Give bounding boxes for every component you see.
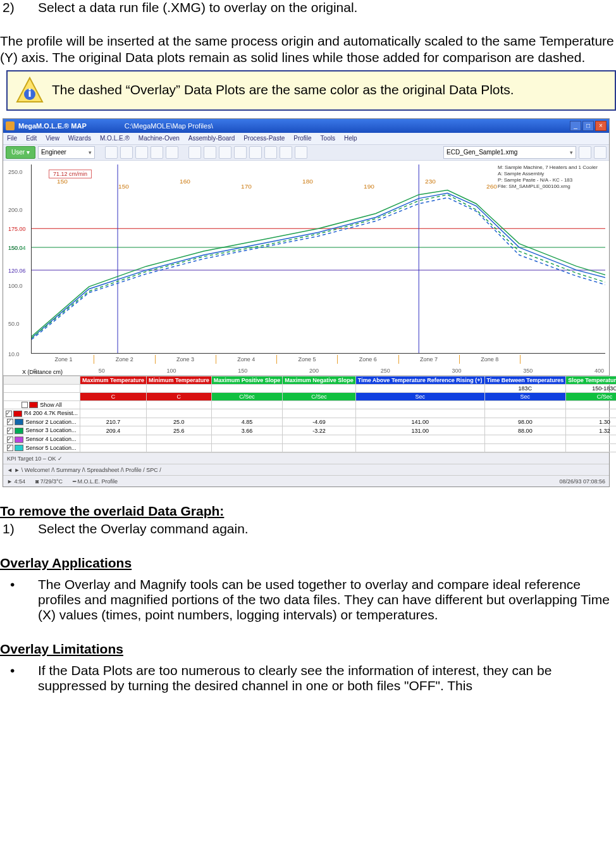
y-tick: 200.0 bbox=[8, 207, 23, 213]
remove-step-1: 1)Select the Overlay command again. bbox=[38, 521, 616, 536]
svg-text:150: 150 bbox=[118, 182, 129, 189]
remove-step-text: Select the Overlay command again. bbox=[38, 521, 249, 536]
ref-line-label: 120.06 bbox=[8, 268, 26, 274]
app-path: C:\MegaMOLE\Map Profiles\ bbox=[125, 122, 213, 130]
menu-mole[interactable]: M.O.L.E.® bbox=[100, 135, 130, 142]
toolbar-button[interactable] bbox=[105, 146, 118, 159]
step-2-num: 2) bbox=[20, 0, 38, 15]
menu-edit[interactable]: Edit bbox=[26, 135, 37, 142]
menu-view[interactable]: View bbox=[46, 135, 59, 142]
close-button[interactable]: × bbox=[595, 121, 607, 131]
maximize-button[interactable]: □ bbox=[582, 121, 594, 131]
file-select[interactable]: ECD_Gen_Sample1.xmg bbox=[443, 146, 576, 159]
status-time: ► 4:54 bbox=[7, 478, 25, 485]
chart-area: 71.12 cm/min M: Sample Machine, 7 Heater… bbox=[3, 161, 609, 376]
intro-paragraph: The profile will be inserted at the same… bbox=[0, 33, 616, 66]
svg-text:180: 180 bbox=[302, 177, 313, 184]
remove-step-num: 1) bbox=[20, 521, 38, 536]
y-tick: 250.0 bbox=[8, 169, 23, 175]
heading-remove: To remove the overlaid Data Graph: bbox=[0, 504, 616, 519]
toolbar-button[interactable] bbox=[249, 146, 262, 159]
options-button[interactable] bbox=[594, 146, 607, 159]
menu-file[interactable]: File bbox=[7, 135, 17, 142]
svg-text:150: 150 bbox=[57, 177, 68, 184]
toolbar-button[interactable] bbox=[188, 146, 201, 159]
menu-tools[interactable]: Tools bbox=[321, 135, 335, 142]
status-profile: ━ M.O.L.E. Profile bbox=[73, 478, 118, 485]
menu-help[interactable]: Help bbox=[344, 135, 357, 142]
toolbar-button[interactable] bbox=[151, 146, 163, 159]
limitations-bullet: •If the Data Plots are too numerous to c… bbox=[38, 663, 616, 693]
svg-rect-2 bbox=[29, 91, 31, 97]
y-tick: 100.0 bbox=[8, 283, 23, 289]
app-title: MegaM.O.L.E.® MAP bbox=[18, 122, 87, 130]
pin-button[interactable] bbox=[579, 146, 591, 159]
toolbar-button[interactable] bbox=[219, 146, 231, 159]
menu-profile[interactable]: Profile bbox=[293, 135, 311, 142]
x-labels: 050100150200250300350400 bbox=[34, 368, 604, 374]
svg-rect-3 bbox=[29, 89, 31, 90]
app-screenshot: MegaM.O.L.E.® MAP C:\MegaMOLE\Map Profil… bbox=[3, 118, 610, 488]
ref-line-label: 150.04 bbox=[8, 245, 26, 251]
minimize-button[interactable]: _ bbox=[570, 121, 581, 131]
menu-processpaste[interactable]: Process-Paste bbox=[243, 135, 285, 142]
info-callout: The dashed “Overlay” Data Plots are the … bbox=[6, 70, 616, 111]
info-icon bbox=[11, 74, 48, 107]
heading-limitations: Overlay Limitations bbox=[0, 642, 616, 657]
ref-line-label: 175.00 bbox=[8, 226, 26, 232]
role-select[interactable]: Engineer bbox=[38, 146, 95, 159]
bullet-icon: • bbox=[24, 663, 38, 678]
heading-applications: Overlay Applications bbox=[0, 555, 616, 571]
applications-bullet: •The Overlay and Magnify tools can be us… bbox=[38, 577, 616, 623]
step-2-text: Select a data run file (.XMG) to overlay… bbox=[38, 0, 357, 15]
toolbar-button[interactable] bbox=[234, 146, 247, 159]
chart-canvas[interactable]: 150150160170180190230260 bbox=[31, 164, 605, 354]
status-datetime: 08/26/93 07:08:56 bbox=[559, 478, 605, 485]
menu-assemblyboard[interactable]: Assembly-Board bbox=[188, 135, 235, 142]
svg-text:260: 260 bbox=[486, 182, 497, 189]
menu-machineoven[interactable]: Machine-Oven bbox=[139, 135, 180, 142]
svg-text:190: 190 bbox=[364, 182, 374, 189]
svg-text:230: 230 bbox=[425, 177, 436, 184]
kpi-target: KPI Target 10 – OK ✓ bbox=[7, 456, 63, 462]
zone-row: Zone 1Zone 2Zone 3Zone 4Zone 5Zone 6Zone… bbox=[34, 355, 521, 364]
step-2: 2)Select a data run file (.XMG) to overl… bbox=[38, 0, 616, 15]
limitations-text: If the Data Plots are too numerous to cl… bbox=[38, 663, 551, 693]
y-tick: 50.0 bbox=[8, 321, 20, 327]
titlebar: MegaM.O.L.E.® MAP C:\MegaMOLE\Map Profil… bbox=[3, 119, 609, 133]
toolbar-button[interactable] bbox=[280, 146, 292, 159]
applications-text: The Overlay and Magnify tools can be use… bbox=[38, 577, 610, 622]
svg-text:170: 170 bbox=[241, 182, 252, 189]
sheet-tabs[interactable]: KPI Target 10 – OK ✓ bbox=[3, 452, 609, 464]
toolbar-button[interactable] bbox=[166, 146, 178, 159]
toolbar-button[interactable] bbox=[135, 146, 148, 159]
app-icon bbox=[6, 121, 15, 130]
statusbar: ► 4:54 ◙ 7/29/3°C ━ M.O.L.E. Profile 08/… bbox=[3, 475, 609, 487]
toolbar-button[interactable] bbox=[204, 146, 216, 159]
info-text: The dashed “Overlay” Data Plots are the … bbox=[48, 82, 514, 97]
user-menu-button[interactable]: User ▾ bbox=[6, 146, 35, 159]
toolbar: User ▾ Engineer ECD_Gen_Sample1.xmg bbox=[3, 144, 609, 161]
toolbar-button[interactable] bbox=[295, 146, 307, 159]
svg-text:160: 160 bbox=[180, 177, 190, 184]
data-table-wrap: Maximum TemperatureMinimum TemperatureMa… bbox=[3, 376, 609, 453]
toolbar-button[interactable] bbox=[264, 146, 277, 159]
menu-wizards[interactable]: Wizards bbox=[68, 135, 91, 142]
menubar: FileEditViewWizardsM.O.L.E.®Machine-Oven… bbox=[3, 133, 609, 144]
data-table: Maximum TemperatureMinimum TemperatureMa… bbox=[3, 376, 616, 453]
bottom-tabs[interactable]: ◄ ► \ Welcome! /\ Summary /\ Spreadsheet… bbox=[3, 464, 609, 475]
bullet-icon: • bbox=[24, 577, 38, 592]
toolbar-button[interactable] bbox=[120, 146, 133, 159]
y-tick: 10.0 bbox=[8, 351, 20, 357]
status-temp: ◙ 7/29/3°C bbox=[35, 478, 63, 485]
